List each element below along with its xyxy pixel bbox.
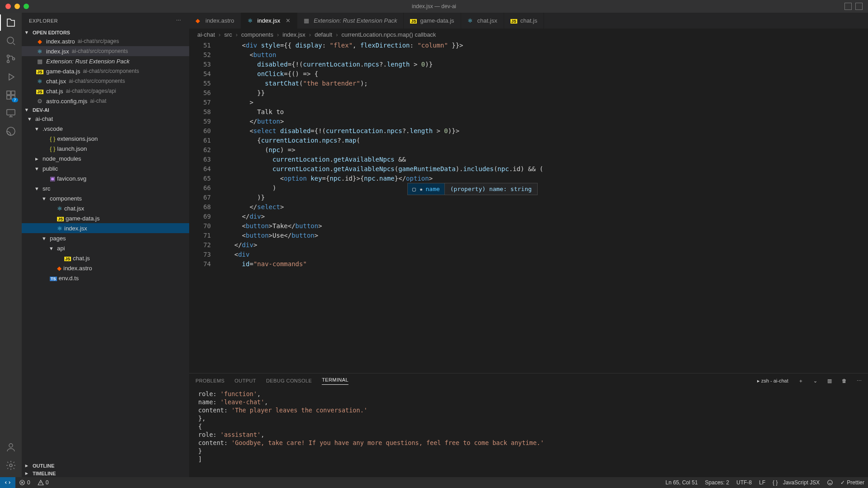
tree-item[interactable]: ▾ ai-chat bbox=[22, 114, 189, 124]
breadcrumb-item[interactable]: ai-chat bbox=[197, 31, 215, 38]
code-content[interactable]: <div style={{ display: "flex", flexDirec… bbox=[219, 40, 868, 373]
breadcrumb-item[interactable]: components bbox=[241, 31, 273, 38]
editor-tab[interactable]: ⚛ index.jsx ✕ bbox=[241, 13, 298, 29]
status-bar: 0 0 Ln 65, Col 51 Spaces: 2 UTF-8 LF { }… bbox=[0, 477, 868, 488]
tree-item[interactable]: ⚛ index.jsx bbox=[22, 223, 189, 233]
chevron-down-icon: ▾ bbox=[25, 29, 31, 35]
panel-tab[interactable]: OUTPUT bbox=[234, 378, 256, 383]
timeline-header[interactable]: ▸ TIMELINE bbox=[22, 469, 189, 477]
status-warnings[interactable]: 0 bbox=[34, 479, 52, 486]
tree-label: ai-chat bbox=[35, 115, 53, 122]
open-editors-header[interactable]: ▾ OPEN EDITORS bbox=[22, 29, 189, 36]
status-errors[interactable]: 0 bbox=[15, 479, 34, 486]
open-editor-item[interactable]: ◆ index.astro ai-chat/src/pages bbox=[22, 36, 189, 46]
tree-item[interactable]: ▾ src bbox=[22, 183, 189, 193]
file-icon: { } bbox=[50, 135, 55, 142]
tree-item[interactable]: JS game-data.js bbox=[22, 213, 189, 223]
breadcrumb[interactable]: ai-chat›src›components›index.jsx›default… bbox=[189, 29, 868, 40]
kill-terminal-icon[interactable]: 🗑 bbox=[842, 378, 847, 383]
tree-item[interactable]: ▾ .vscode bbox=[22, 124, 189, 134]
terminal-output[interactable]: role: 'function', name: 'leave-chat', co… bbox=[189, 388, 868, 477]
status-eol[interactable]: LF bbox=[755, 479, 769, 486]
remote-explorer-icon[interactable] bbox=[5, 107, 17, 120]
open-editor-item[interactable]: ✕ ⚛ index.jsx ai-chat/src/components bbox=[22, 46, 189, 56]
outline-header[interactable]: ▸ OUTLINE bbox=[22, 462, 189, 469]
tree-label: index.jsx bbox=[64, 225, 87, 232]
explorer-more-icon[interactable]: ⋯ bbox=[176, 18, 182, 24]
editor-tab[interactable]: ⚛ chat.jsx bbox=[461, 13, 504, 29]
terminal-picker[interactable]: ▸ zsh - ai-chat bbox=[757, 378, 788, 384]
open-editors-list: ◆ index.astro ai-chat/src/pages✕ ⚛ index… bbox=[22, 36, 189, 106]
tree-label: node_modules bbox=[43, 155, 81, 162]
tree-item[interactable]: TS env.d.ts bbox=[22, 273, 189, 283]
layout-split-icon[interactable] bbox=[855, 3, 863, 10]
tree-label: env.d.ts bbox=[59, 275, 79, 282]
tree-item[interactable]: ▾ api bbox=[22, 243, 189, 253]
open-editor-item[interactable]: ▦ Extension: Rust Extension Pack bbox=[22, 56, 189, 66]
status-prettier[interactable]: ✓ Prettier bbox=[837, 479, 868, 486]
file-icon: ◆ bbox=[196, 17, 202, 24]
tree-item[interactable]: ▸ node_modules bbox=[22, 153, 189, 163]
remote-indicator[interactable] bbox=[0, 477, 15, 488]
code-editor[interactable]: 5152535455565758596061626364656667686970… bbox=[189, 40, 868, 373]
tree-item[interactable]: ▾ components bbox=[22, 193, 189, 203]
explorer-sidebar: EXPLORER ⋯ ▾ OPEN EDITORS ◆ index.astro … bbox=[22, 13, 189, 477]
editor-tab[interactable]: ◆ index.astro bbox=[189, 13, 241, 29]
tree-item[interactable]: { } extensions.json bbox=[22, 134, 189, 144]
editor-tab[interactable]: JS chat.js bbox=[504, 13, 544, 29]
panel-tab[interactable]: PROBLEMS bbox=[196, 378, 224, 383]
breadcrumb-item[interactable]: index.jsx bbox=[282, 31, 305, 38]
new-terminal-icon[interactable]: ＋ bbox=[798, 378, 803, 384]
tree-item[interactable]: JS chat.js bbox=[22, 253, 189, 263]
settings-gear-icon[interactable] bbox=[5, 459, 17, 472]
tree-item[interactable]: ▾ public bbox=[22, 163, 189, 173]
project-header[interactable]: ▾ DEV-AI bbox=[22, 106, 189, 114]
accounts-icon[interactable] bbox=[5, 441, 17, 454]
status-cursor[interactable]: Ln 65, Col 51 bbox=[662, 479, 701, 486]
panel-more-icon[interactable]: ⋯ bbox=[857, 378, 862, 384]
open-editor-item[interactable]: JS game-data.js ai-chat/src/components bbox=[22, 66, 189, 76]
chevron-right-icon: ▸ bbox=[25, 463, 31, 469]
open-editor-item[interactable]: ⚙ astro.config.mjs ai-chat bbox=[22, 96, 189, 106]
status-spaces[interactable]: Spaces: 2 bbox=[701, 479, 733, 486]
split-terminal-icon[interactable]: ▥ bbox=[827, 378, 832, 384]
close-window-button[interactable] bbox=[5, 4, 11, 9]
breadcrumb-item[interactable]: default bbox=[315, 31, 332, 38]
tree-item[interactable]: ⚛ chat.jsx bbox=[22, 203, 189, 213]
breadcrumb-item[interactable]: currentLocation.npcs.map() callback bbox=[342, 31, 436, 38]
panel-tab[interactable]: TERMINAL bbox=[322, 377, 348, 385]
maximize-window-button[interactable] bbox=[24, 4, 29, 9]
intellisense-suggest[interactable]: ▢ ★ name (property) name: string bbox=[407, 183, 538, 195]
file-path: ai-chat/src/pages bbox=[78, 38, 119, 44]
svg-point-1 bbox=[7, 55, 10, 57]
terminal-dropdown-icon[interactable]: ⌄ bbox=[813, 378, 817, 384]
svg-point-13 bbox=[828, 480, 833, 485]
editor-tab[interactable]: JS game-data.js bbox=[404, 13, 461, 29]
tree-item[interactable]: ▾ pages bbox=[22, 233, 189, 243]
open-editor-item[interactable]: ⚛ chat.jsx ai-chat/src/components bbox=[22, 76, 189, 86]
extensions-badge: 7 bbox=[12, 98, 18, 102]
extensions-icon[interactable]: 7 bbox=[5, 89, 17, 101]
run-debug-icon[interactable] bbox=[5, 71, 17, 83]
tree-item[interactable]: { } launch.json bbox=[22, 144, 189, 153]
panel-tab[interactable]: DEBUG CONSOLE bbox=[266, 378, 312, 383]
tree-item[interactable]: ▣ favicon.svg bbox=[22, 173, 189, 183]
source-control-icon[interactable] bbox=[5, 53, 17, 65]
breadcrumb-item[interactable]: src bbox=[224, 31, 232, 38]
explorer-icon[interactable] bbox=[5, 16, 17, 29]
status-language[interactable]: { } JavaScript JSX bbox=[769, 479, 823, 486]
editor-tab[interactable]: ▦ Extension: Rust Extension Pack bbox=[297, 13, 404, 29]
tree-item[interactable]: ◆ index.astro bbox=[22, 263, 189, 273]
status-feedback-icon[interactable] bbox=[823, 479, 837, 486]
explorer-title: EXPLORER bbox=[29, 18, 58, 24]
open-editor-item[interactable]: JS chat.js ai-chat/src/pages/api bbox=[22, 86, 189, 96]
search-icon[interactable] bbox=[5, 34, 17, 47]
layout-toggle-icon[interactable] bbox=[844, 3, 852, 10]
close-icon[interactable]: ✕ bbox=[286, 17, 291, 24]
status-encoding[interactable]: UTF-8 bbox=[733, 479, 755, 486]
minimize-window-button[interactable] bbox=[14, 4, 20, 9]
file-path: ai-chat/src/components bbox=[72, 48, 128, 54]
edge-tools-icon[interactable] bbox=[5, 125, 17, 138]
panel-tabs: PROBLEMSOUTPUTDEBUG CONSOLETERMINAL▸ zsh… bbox=[189, 373, 868, 388]
svg-point-2 bbox=[7, 61, 10, 63]
